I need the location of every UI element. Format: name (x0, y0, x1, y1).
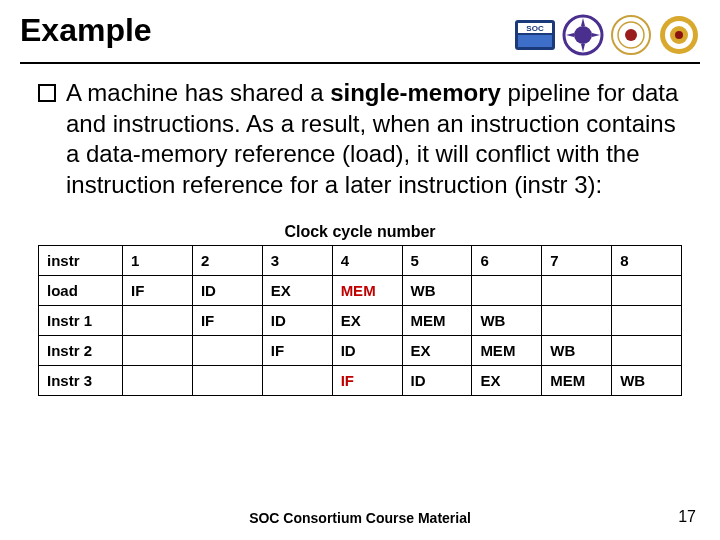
svg-rect-3 (518, 35, 552, 47)
row-label: Instr 1 (39, 305, 123, 335)
row-label: Instr 3 (39, 365, 123, 395)
col-cycle-2: 2 (192, 245, 262, 275)
cell: EX (402, 335, 472, 365)
svg-rect-13 (39, 85, 55, 101)
row-label: Instr 2 (39, 335, 123, 365)
row-label: load (39, 275, 123, 305)
cell: EX (472, 365, 542, 395)
cell (542, 275, 612, 305)
cell: ID (262, 305, 332, 335)
col-cycle-5: 5 (402, 245, 472, 275)
cell: ID (332, 335, 402, 365)
logo-soc: SOC (514, 14, 556, 56)
square-bullet-icon (38, 84, 56, 106)
svg-point-5 (574, 26, 592, 44)
bullet-pre: A machine has shared a (66, 79, 330, 106)
col-cycle-1: 1 (123, 245, 193, 275)
cell: MEM (542, 365, 612, 395)
col-cycle-3: 3 (262, 245, 332, 275)
cell: WB (472, 305, 542, 335)
svg-text:SOC: SOC (526, 24, 544, 33)
cell: WB (612, 365, 682, 395)
cell: IF (192, 305, 262, 335)
bullet-item: A machine has shared a single-memory pip… (38, 78, 682, 201)
table-row: loadIFIDEXMEMWB (39, 275, 682, 305)
svg-point-12 (675, 31, 683, 39)
col-cycle-8: 8 (612, 245, 682, 275)
cell: WB (542, 335, 612, 365)
cell (542, 305, 612, 335)
cell (612, 335, 682, 365)
cell: EX (262, 275, 332, 305)
pipeline-table: instr12345678 loadIFIDEXMEMWBInstr 1IFID… (38, 245, 682, 396)
bullet-text: A machine has shared a single-memory pip… (66, 78, 682, 201)
cell (123, 365, 193, 395)
logo-itri (562, 14, 604, 56)
col-instr: instr (39, 245, 123, 275)
cell (192, 365, 262, 395)
cell: MEM (332, 275, 402, 305)
cell: MEM (472, 335, 542, 365)
cell: IF (332, 365, 402, 395)
table-row: Instr 3IFIDEXMEMWB (39, 365, 682, 395)
cell (612, 305, 682, 335)
logo-ncku (610, 14, 652, 56)
footer-text: SOC Consortium Course Material (0, 510, 720, 526)
table-row: Instr 2IFIDEXMEMWB (39, 335, 682, 365)
cell: ID (402, 365, 472, 395)
bullet-bold: single-memory (330, 79, 501, 106)
cell (192, 335, 262, 365)
table-caption: Clock cycle number (38, 223, 682, 245)
cell: WB (402, 275, 472, 305)
table-header-row: instr12345678 (39, 245, 682, 275)
svg-point-8 (625, 29, 637, 41)
table-row: Instr 1IFIDEXMEMWB (39, 305, 682, 335)
cell: MEM (402, 305, 472, 335)
col-cycle-6: 6 (472, 245, 542, 275)
cell (262, 365, 332, 395)
logo-ntu (658, 14, 700, 56)
cell: IF (123, 275, 193, 305)
cell (123, 335, 193, 365)
cell (472, 275, 542, 305)
cell: ID (192, 275, 262, 305)
col-cycle-4: 4 (332, 245, 402, 275)
col-cycle-7: 7 (542, 245, 612, 275)
logo-strip: SOC (514, 12, 700, 56)
cell (612, 275, 682, 305)
page-title: Example (20, 12, 152, 49)
cell (123, 305, 193, 335)
cell: IF (262, 335, 332, 365)
cell: EX (332, 305, 402, 335)
page-number: 17 (678, 508, 696, 526)
